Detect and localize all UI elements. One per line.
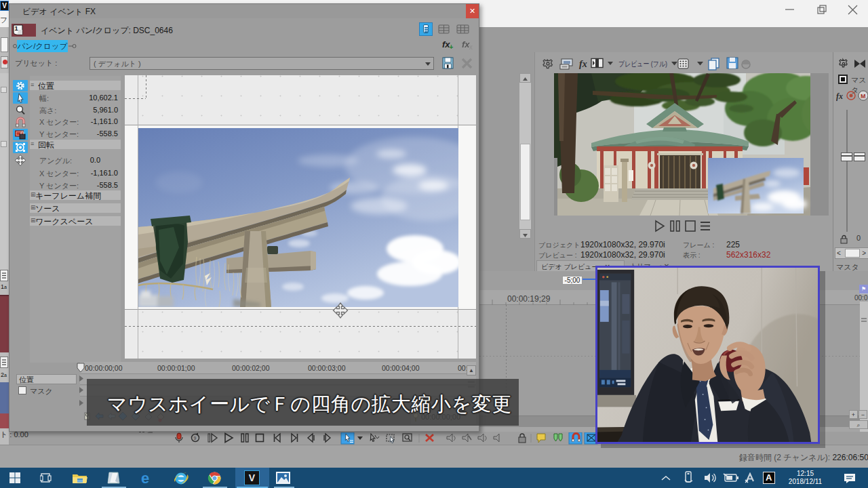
- svg-text:1: 1: [15, 25, 18, 32]
- svg-text:9: 9: [194, 436, 197, 441]
- svg-text:e: e: [141, 470, 149, 486]
- svg-text:M: M: [861, 93, 866, 100]
- svg-text:プレビュー (フル): プレビュー (フル): [618, 60, 667, 68]
- svg-text:fx: fx: [836, 92, 843, 101]
- svg-text:fx: fx: [579, 59, 587, 69]
